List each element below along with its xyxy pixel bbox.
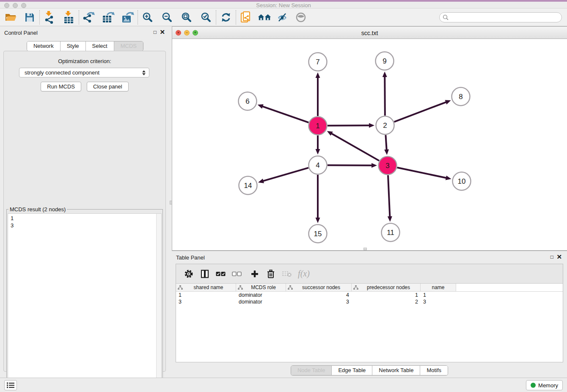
- show-all-networks-button[interactable]: [258, 10, 271, 25]
- table-tab-node-table[interactable]: Node Table: [291, 366, 332, 375]
- search-input[interactable]: [439, 12, 562, 22]
- column-header-successor-nodes[interactable]: successor nodes: [286, 284, 352, 291]
- titlebar-accent: [0, 0, 567, 2]
- mcds-result-area[interactable]: 13: [8, 213, 162, 392]
- import-table-button[interactable]: [62, 10, 76, 25]
- open-session-button[interactable]: [4, 10, 18, 25]
- delete-table-button[interactable]: [281, 268, 293, 280]
- edge-arrowhead: [316, 72, 320, 78]
- tab-network[interactable]: Network: [27, 41, 60, 51]
- table-cell[interactable]: 3: [176, 298, 236, 305]
- graph-node-label-11: 11: [387, 229, 394, 237]
- export-network-button[interactable]: [82, 10, 96, 25]
- export-table-button[interactable]: [102, 10, 115, 25]
- graph-edge-1-6[interactable]: [262, 106, 308, 123]
- show-panels-button[interactable]: [4, 380, 17, 390]
- save-session-button[interactable]: [23, 10, 36, 25]
- apply-style-button[interactable]: [219, 10, 233, 25]
- table-cell[interactable]: 3: [286, 298, 352, 305]
- table-tabs: Node TableEdge TableNetwork TableMotifs: [291, 365, 448, 375]
- delete-column-button[interactable]: [265, 268, 277, 280]
- hierarchy-icon: [238, 285, 243, 290]
- table-cell[interactable]: dominator: [236, 292, 286, 298]
- table-row[interactable]: 3dominator323: [176, 298, 563, 305]
- graph-edge-3-10[interactable]: [397, 168, 447, 178]
- main-toolbar: [0, 8, 567, 26]
- network-view[interactable]: 1234678910111415: [172, 39, 567, 250]
- select-all-columns-button[interactable]: [215, 268, 227, 280]
- titlebar: Session: New Session: [0, 0, 567, 8]
- graph-edge-2-3[interactable]: [385, 135, 386, 150]
- mcds-result-line: 3: [11, 222, 159, 229]
- table-cell[interactable]: 1: [352, 292, 421, 298]
- table-cell[interactable]: dominator: [236, 298, 286, 305]
- network-window-titlebar[interactable]: × − + scc.txt: [172, 27, 567, 39]
- show-columns-button[interactable]: [199, 268, 211, 280]
- save-icon: [25, 12, 35, 22]
- table-cell[interactable]: 4: [286, 292, 352, 298]
- column-header-MCDS-role[interactable]: MCDS role: [236, 284, 286, 291]
- toolbar-separator: [138, 10, 138, 25]
- table-settings-button[interactable]: [183, 268, 195, 280]
- edge-arrowhead: [445, 100, 451, 104]
- close-panel-button[interactable]: Close panel: [87, 82, 129, 91]
- edge-arrowhead: [258, 179, 264, 183]
- column-header-name[interactable]: name: [421, 284, 456, 291]
- create-column-button[interactable]: [249, 268, 261, 280]
- tab-mcds[interactable]: MCDS: [114, 41, 143, 51]
- graph-node-label-3: 3: [385, 162, 389, 170]
- function-builder-button[interactable]: f(x): [298, 268, 310, 280]
- float-panel-icon[interactable]: □: [154, 29, 157, 35]
- run-mcds-button[interactable]: Run MCDS: [41, 82, 81, 91]
- network-canvas[interactable]: 1234678910111415: [172, 39, 567, 250]
- column-header-shared-name[interactable]: shared name: [176, 284, 236, 291]
- network-splitter-grip[interactable]: [363, 248, 367, 250]
- graph-node-label-15: 15: [314, 230, 322, 238]
- zoom-fit-button[interactable]: [180, 10, 193, 25]
- show-graphics-button[interactable]: [294, 10, 308, 25]
- zoom-out-button[interactable]: [160, 10, 174, 25]
- export-network-icon: [83, 11, 95, 23]
- eye-slash-icon: [277, 12, 289, 22]
- optimization-criterion-value: strongly connected component: [25, 69, 99, 76]
- toolbar-separator: [236, 10, 236, 25]
- table-cell[interactable]: 1: [421, 292, 456, 298]
- zoom-in-button[interactable]: [141, 10, 154, 25]
- hierarchy-icon: [178, 285, 183, 290]
- import-network-button[interactable]: [43, 10, 56, 25]
- table-cell[interactable]: 2: [352, 298, 421, 305]
- graph-edge-4-14[interactable]: [263, 168, 308, 181]
- table-tab-edge-table[interactable]: Edge Table: [331, 366, 372, 375]
- clone-network-button[interactable]: [239, 10, 253, 25]
- table-cell[interactable]: 3: [421, 298, 456, 305]
- zoom-selected-button[interactable]: [199, 10, 213, 25]
- result-scrollbar[interactable]: [156, 214, 161, 392]
- column-header-predecessor-nodes[interactable]: predecessor nodes: [352, 284, 421, 291]
- tab-select[interactable]: Select: [85, 41, 114, 51]
- export-image-button[interactable]: [121, 10, 135, 25]
- graph-edge-1-2[interactable]: [328, 125, 370, 126]
- float-table-panel-icon[interactable]: □: [550, 254, 553, 260]
- unselect-all-columns-button[interactable]: [231, 268, 243, 280]
- table-cell[interactable]: 1: [176, 292, 236, 298]
- tab-style[interactable]: Style: [60, 41, 85, 51]
- close-table-panel-icon[interactable]: ✕: [556, 254, 562, 260]
- table-row[interactable]: 1dominator411: [176, 292, 563, 298]
- graph-edge-2-8[interactable]: [394, 102, 447, 122]
- control-panel: Control Panel □ ✕ NetworkStyleSelectMCDS…: [0, 26, 170, 378]
- clone-network-icon: [240, 11, 251, 24]
- table-tab-motifs[interactable]: Motifs: [420, 366, 448, 375]
- optimization-criterion-select[interactable]: strongly connected component: [19, 68, 149, 77]
- close-panel-icon[interactable]: ✕: [160, 29, 165, 35]
- table-header-row: shared nameMCDS rolesuccessor nodesprede…: [176, 284, 563, 292]
- graph-edge-3-1[interactable]: [331, 133, 379, 161]
- graph-edge-3-11[interactable]: [388, 175, 390, 217]
- table-tab-network-table[interactable]: Network Table: [372, 366, 420, 375]
- memory-button[interactable]: Memory: [526, 380, 563, 390]
- graph-edge-4-3[interactable]: [328, 165, 372, 166]
- zoom-fit-icon: [181, 12, 192, 23]
- hide-graphics-button[interactable]: [276, 10, 290, 25]
- control-panel-tabs: NetworkStyleSelectMCDS: [27, 41, 143, 51]
- edge-arrowhead: [316, 149, 320, 155]
- graph-edge-2-9[interactable]: [385, 76, 385, 116]
